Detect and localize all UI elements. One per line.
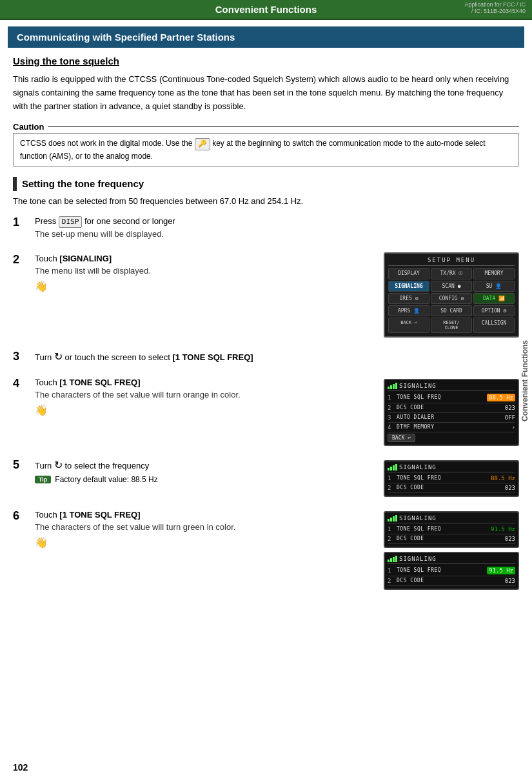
sig-row-4-4-num: 4 [388, 424, 394, 430]
sig-row-4-2-num: 2 [388, 405, 394, 411]
step-5-content: Turn ↻ to select the frequency Tip Facto… [35, 458, 519, 497]
hand-pointer-icon: 👋 [35, 280, 375, 292]
setup-cell-option[interactable]: OPTION ⚙ [473, 305, 515, 316]
sig-row-6b-1-num: 1 [388, 567, 394, 574]
setup-cell-display[interactable]: DISPLAY [388, 268, 429, 279]
step-2-content: Touch [SIGNALING] The menu list will be … [35, 252, 519, 338]
tip-text: Factory default value: 88.5 Hz [55, 475, 157, 484]
sig-row-4-2: 2 DCS CODE 023 [388, 403, 515, 413]
header-subtitle: Application for FCC / IC [464, 1, 526, 8]
bar2-6b [390, 558, 392, 562]
signal-bars-6a [388, 515, 397, 521]
step-1: 1 Press DISP for one second or longer Th… [13, 215, 519, 241]
hand-pointer-icon-6: 👋 [35, 536, 375, 549]
sig-screen-title-6b: SIGNALING [399, 556, 437, 562]
sig-back-btn-4[interactable]: BACK ↩ [388, 434, 415, 442]
step-2-subtitle: The menu list will be displayed. [35, 265, 375, 278]
step-2: 2 Touch [SIGNALING] The menu list will b… [13, 252, 519, 338]
signaling-screen-6a: SIGNALING 1 TONE SQL FREQ 91.5 Hz 2 DCS … [384, 511, 519, 548]
step-1-content: Press DISP for one second or longer The … [35, 215, 519, 241]
step-5-tip-row: Tip Factory default value: 88.5 Hz [35, 475, 375, 484]
setup-cell-aprs[interactable]: APRS 👤 [388, 305, 429, 316]
step-4-subtitle: The characters of the set value will tur… [35, 389, 375, 401]
sig-back-row-4: BACK ↩ [388, 434, 515, 442]
sig-row-5-1: 1 TONE SQL FREQ 88.5 Hz [388, 474, 515, 483]
step-6-title: Touch [1 TONE SQL FREQ] [35, 509, 375, 521]
step-2-image-col: SETUP MENU DISPLAY TX/RX ⦾ MEMORY SIGNAL… [384, 252, 519, 338]
sig-row-5-2: 2 DCS CODE 023 [388, 483, 515, 493]
setup-cell-txrx[interactable]: TX/RX ⦾ [431, 268, 472, 279]
step-5-text-col: Turn ↻ to select the frequency Tip Facto… [35, 458, 375, 484]
sig-row-6a-1-label: TONE SQL FREQ [397, 526, 487, 532]
sig-screen-title-6a: SIGNALING [399, 515, 437, 521]
subsection-heading-using: Using the tone squelch [13, 56, 519, 66]
header-subtitle2: / IC: 511B-20345X40 [471, 8, 526, 14]
bar2-5 [390, 467, 392, 470]
caution-text: CTCSS does not work in the digital mode.… [20, 139, 486, 161]
signaling-screen-4: SIGNALING 1 TONE SQL FREQ 88.5 Hz 2 DCS … [384, 379, 519, 446]
bar4-5 [395, 464, 397, 470]
step-5-num: 5 [13, 458, 31, 472]
step-6: 6 Touch [1 TONE SQL FREQ] The characters… [13, 509, 519, 590]
bar3-6a [393, 516, 395, 521]
bar3-5 [393, 465, 395, 470]
caution-label: Caution [13, 122, 519, 132]
bar3 [393, 384, 395, 389]
step-3-num: 3 [13, 349, 31, 364]
signal-bars-6b [388, 556, 397, 562]
sig-row-4-4-label: DTMF MEMORY [397, 424, 487, 430]
intro-paragraph: This radio is equipped with the CTCSS (C… [13, 73, 519, 113]
step-3: 3 Turn ↻ or touch the screen to select [… [13, 349, 519, 365]
setup-cell-callsign[interactable]: CALLSIGN [473, 318, 515, 333]
setup-cell-back[interactable]: BACK ↩ [388, 318, 429, 333]
setup-cell-scan[interactable]: SCAN ● [431, 281, 472, 292]
sig-row-6a-1-num: 1 [388, 526, 394, 532]
signal-bars-4 [388, 383, 397, 389]
step-2-num: 2 [13, 252, 31, 267]
step-4-text-col: Touch [1 TONE SQL FREQ] The characters o… [35, 376, 375, 416]
tip-badge: Tip [35, 476, 51, 483]
setup-cell-data[interactable]: DATA 📶 [473, 293, 515, 304]
signaling-screen-5: SIGNALING 1 TONE SQL FREQ 88.5 Hz 2 DCS … [384, 460, 519, 497]
step-4-image-col: SIGNALING 1 TONE SQL FREQ 88.5 Hz 2 DCS … [384, 376, 519, 446]
caution-box: CTCSS does not work in the digital mode.… [13, 133, 519, 167]
sig-row-6a-2-label: DCS CODE [397, 536, 487, 541]
step-1-num: 1 [13, 215, 31, 230]
sig-row-6a-2: 2 DCS CODE 023 [388, 534, 515, 544]
sig-row-4-4-val: › [489, 424, 515, 430]
bar1-6a [388, 519, 389, 521]
sig-row-6a-1-val: 91.5 Hz [489, 526, 515, 532]
bar3-6b [393, 557, 395, 562]
setup-cell-ires[interactable]: IRES ⚙ [388, 293, 429, 304]
sig-title-row-5: SIGNALING [388, 464, 515, 472]
setup-cell-su[interactable]: SU 👤 [473, 281, 515, 292]
setup-cell-sdcard[interactable]: SD CARD [431, 305, 472, 316]
section-title-text: Communicating with Specified Partner Sta… [17, 32, 235, 43]
step-6-subtitle: The characters of the set value will tur… [35, 521, 375, 534]
step-4: 4 Touch [1 TONE SQL FREQ] The characters… [13, 376, 519, 446]
sig-row-4-4: 4 DTMF MEMORY › [388, 423, 515, 432]
sig-title-row-6b: SIGNALING [388, 556, 515, 564]
sig-row-4-2-label: DCS CODE [397, 405, 487, 410]
freq-range-text: The tone can be selected from 50 frequen… [13, 196, 519, 206]
step-6-image-col: SIGNALING 1 TONE SQL FREQ 91.5 Hz 2 DCS … [384, 509, 519, 590]
bar1 [388, 387, 389, 389]
setup-cell-reset-clone[interactable]: RESET/CLONE [431, 318, 472, 333]
sig-row-4-1-label: TONE SQL FREQ [397, 394, 484, 400]
setup-cell-config[interactable]: CONFIG ⚙ [431, 293, 472, 304]
step-3-title: Turn ↻ or touch the screen to select [1 … [35, 349, 519, 365]
bar4-6a [395, 515, 397, 521]
sig-row-6a-1: 1 TONE SQL FREQ 91.5 Hz [388, 525, 515, 534]
sig-title-row-6a: SIGNALING [388, 515, 515, 523]
bar1-5 [388, 468, 389, 470]
step-6-text-col: Touch [1 TONE SQL FREQ] The characters o… [35, 509, 375, 549]
tone-section-heading: Setting the tone frequency [13, 177, 519, 191]
sig-row-5-2-num: 2 [388, 485, 394, 491]
bar4 [395, 383, 397, 389]
setup-cell-memory[interactable]: MEMORY [473, 268, 515, 279]
setup-cell-signaling[interactable]: SIGNALING [388, 281, 429, 292]
sig-row-4-3-num: 3 [388, 414, 394, 421]
step-2-text-col: Touch [SIGNALING] The menu list will be … [35, 252, 375, 292]
setup-menu-screen: SETUP MENU DISPLAY TX/RX ⦾ MEMORY SIGNAL… [384, 252, 519, 338]
setup-menu-title: SETUP MENU [388, 257, 515, 266]
